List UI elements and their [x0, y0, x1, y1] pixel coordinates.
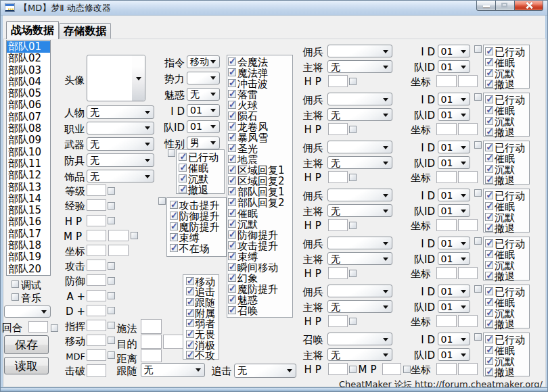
squad-2-id-combo[interactable]: 01 — [438, 93, 471, 105]
stat-checkbox-7[interactable] — [108, 292, 115, 299]
squad-3-coord-field-y[interactable] — [458, 171, 478, 183]
squad-4-status-checkbox-2[interactable]: ✓ — [485, 213, 493, 221]
troop-list-item[interactable]: 部队06 — [7, 99, 50, 111]
squad-3-status-checkbox-2[interactable]: ✓ — [485, 165, 493, 173]
stat-field-11[interactable] — [87, 349, 106, 361]
buff-checkbox-0[interactable]: ✓ — [170, 201, 178, 209]
squad-4-team-combo[interactable]: 01 — [438, 204, 471, 217]
status-checkbox-3[interactable]: ✓ — [179, 185, 187, 193]
skills-checkbox-3[interactable]: ✓ — [228, 90, 236, 98]
stat-checkbox-3[interactable] — [131, 232, 138, 239]
troop-list-item[interactable]: 部队09 — [7, 134, 50, 146]
squad-5-status-checkbox-2[interactable]: ✓ — [485, 261, 493, 269]
skills-checkbox-22[interactable]: ✓ — [228, 295, 236, 303]
ai-field-1[interactable] — [141, 335, 162, 349]
behavior-checkbox-5[interactable]: ✓ — [186, 330, 194, 338]
troop-list-item[interactable]: 部队15 — [7, 205, 50, 216]
squad-1-status-checkbox-2[interactable]: ✓ — [485, 69, 493, 77]
equip-combo-2[interactable]: 无 — [87, 137, 154, 151]
squad-5-status-checkbox-1[interactable]: ✓ — [485, 250, 493, 258]
squad-7-team-combo[interactable]: 01 — [438, 348, 471, 361]
stat-field-7[interactable] — [87, 290, 106, 301]
skills-checkbox-12[interactable]: ✓ — [228, 187, 236, 195]
squad-6-team-combo[interactable]: 01 — [438, 300, 471, 313]
round-checkbox[interactable] — [51, 324, 58, 332]
skills-checkbox-16[interactable]: ✓ — [228, 230, 236, 239]
stat-field-1[interactable] — [87, 199, 106, 211]
squad-1-master-checkbox[interactable] — [474, 45, 482, 53]
squad-6-hp-field[interactable] — [328, 315, 348, 327]
maximize-button[interactable] — [496, 1, 514, 11]
squad-7-coord-field-y[interactable] — [458, 363, 478, 375]
stat-field-2[interactable] — [87, 215, 106, 226]
squad-4-type-combo[interactable] — [327, 189, 392, 201]
troop-list-item[interactable]: 部队02 — [7, 53, 50, 64]
squad-4-status-checkbox-0[interactable]: ✓ — [485, 191, 493, 199]
squad-3-id-combo[interactable]: 01 — [438, 141, 471, 153]
ai-field-0[interactable] — [141, 319, 162, 334]
skills-checkbox-14[interactable]: ✓ — [228, 209, 236, 217]
troop-list-item[interactable]: 部队19 — [7, 251, 50, 263]
troop-list-item[interactable]: 部队11 — [7, 158, 50, 170]
troop-list-item[interactable]: 部队18 — [7, 240, 50, 251]
squad-7-status-checkbox-0[interactable]: ✓ — [485, 335, 493, 343]
behavior-checkbox-2[interactable]: ✓ — [186, 298, 194, 306]
squad-1-status-checkbox-1[interactable]: ✓ — [485, 58, 493, 66]
squad-4-coord-field-y[interactable] — [458, 219, 478, 231]
skills-checkbox-5[interactable]: ✓ — [228, 112, 236, 120]
minimize-button[interactable] — [476, 1, 496, 11]
squad-1-status-checkbox-0[interactable]: ✓ — [485, 47, 493, 55]
stat-field-10[interactable] — [87, 335, 106, 346]
squad-3-team-combo[interactable]: 01 — [438, 156, 471, 169]
squad-1-id-combo[interactable]: 01 — [438, 45, 471, 57]
squad-5-hp-checkbox[interactable] — [349, 270, 357, 277]
squad-4-hp-field[interactable] — [328, 219, 348, 231]
skills-checkbox-15[interactable]: ✓ — [228, 220, 236, 228]
squad-4-hp-checkbox[interactable] — [349, 222, 357, 229]
cmd-combo-1[interactable] — [187, 72, 220, 84]
stat-checkbox-2[interactable] — [108, 217, 115, 224]
buff-checkbox-4[interactable]: ✓ — [170, 244, 178, 252]
squad-4-leader-combo[interactable]: 无 — [327, 204, 392, 217]
ai-field-2[interactable] — [141, 349, 162, 363]
buff-master-checkbox[interactable] — [158, 197, 166, 205]
squad-2-coord-field-y[interactable] — [458, 123, 478, 135]
squad-5-hp-field[interactable] — [328, 267, 348, 279]
skills-checkbox-11[interactable]: ✓ — [228, 176, 236, 185]
squad-6-hp-checkbox[interactable] — [349, 318, 357, 325]
troop-list-item[interactable]: 部队05 — [7, 88, 50, 99]
stat-checkbox-5[interactable] — [108, 262, 115, 270]
status-master-checkbox[interactable] — [168, 149, 175, 157]
stat-field-4[interactable] — [87, 245, 106, 256]
squad-2-status-checkbox-3[interactable]: ✓ — [485, 128, 493, 136]
skills-checkbox-7[interactable]: ✓ — [228, 133, 236, 141]
squad-6-status-checkbox-3[interactable]: ✓ — [485, 320, 493, 328]
skills-checkbox-1[interactable]: ✓ — [228, 68, 236, 76]
cmd-combo-3[interactable]: 01 — [187, 104, 220, 117]
cmd-combo-2[interactable]: 无 — [187, 88, 220, 101]
load-button[interactable]: 读取 — [4, 357, 49, 374]
status-checkbox-0[interactable]: ✓ — [179, 153, 187, 161]
squad-7-mp-field[interactable] — [382, 363, 402, 375]
skills-checkbox-17[interactable]: ✓ — [228, 241, 236, 249]
squad-2-status-checkbox-1[interactable]: ✓ — [485, 106, 493, 114]
squad-3-leader-combo[interactable]: 无 — [327, 156, 392, 169]
cmd-combo-5[interactable]: 男 — [187, 137, 220, 149]
buff-checkbox-2[interactable]: ✓ — [170, 222, 178, 230]
squad-1-coord-field-y[interactable] — [458, 75, 478, 87]
skills-checkbox-21[interactable]: ✓ — [228, 285, 236, 293]
squad-1-leader-combo[interactable]: 无 — [327, 60, 392, 73]
stat-field-8[interactable] — [87, 305, 106, 316]
squad-7-leader-combo[interactable]: 无 — [327, 348, 392, 361]
squad-4-master-checkbox[interactable] — [474, 189, 482, 197]
troop-list-item[interactable]: 部队16 — [7, 216, 50, 228]
skills-checkbox-20[interactable]: ✓ — [228, 274, 236, 282]
skills-checkbox-19[interactable]: ✓ — [228, 263, 236, 271]
squad-6-status-checkbox-1[interactable]: ✓ — [485, 298, 493, 306]
troop-list-item[interactable]: 部队07 — [7, 112, 50, 123]
squad-6-coord-field-x[interactable] — [436, 315, 457, 327]
stat-field-3[interactable] — [87, 230, 106, 241]
squad-1-status-checkbox-3[interactable]: ✓ — [485, 80, 493, 88]
squad-1-coord-field-x[interactable] — [436, 75, 457, 87]
stat-field-5[interactable] — [87, 260, 106, 271]
